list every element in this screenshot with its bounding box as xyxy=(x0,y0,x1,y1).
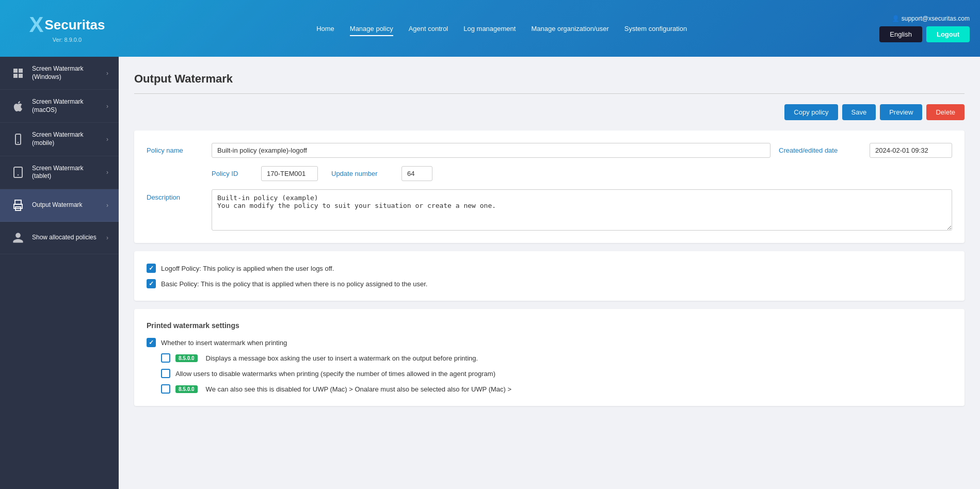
sidebar-item-mobile[interactable]: Screen Watermark(mobile) › xyxy=(0,123,119,156)
sidebar-label-tablet: Screen Watermark(tablet) xyxy=(32,165,106,181)
basic-policy-checkbox[interactable]: ✓ xyxy=(147,279,156,288)
description-label: Description xyxy=(147,189,203,201)
logo-x-icon: X xyxy=(29,14,43,36)
apple-icon xyxy=(10,99,26,114)
windows-icon xyxy=(10,66,26,81)
chevron-right-icon: › xyxy=(106,234,108,241)
support-email: support@xsecuritas.com xyxy=(902,15,970,22)
allow-disable-row: Allow users to disable watermarks when p… xyxy=(161,369,952,378)
basic-policy-row: ✓ Basic Policy: This is the policy that … xyxy=(147,279,952,288)
person-icon: 👤 xyxy=(892,15,899,22)
action-buttons: Copy policy Save Preview Delete xyxy=(134,104,965,120)
svg-rect-2 xyxy=(13,74,18,78)
app-layout: Screen Watermark(Windows) › Screen Water… xyxy=(0,57,980,489)
logoff-policy-label: Logoff Policy: This policy is applied wh… xyxy=(161,265,334,272)
nav-log-management[interactable]: Log management xyxy=(463,22,516,35)
sidebar-item-windows[interactable]: Screen Watermark(Windows) › xyxy=(0,57,119,90)
update-number-label: Update number xyxy=(331,170,393,177)
policy-form-card: Policy name Created/edited date Policy I… xyxy=(134,131,965,243)
logoff-policy-checkbox[interactable]: ✓ xyxy=(147,264,156,273)
policy-id-input[interactable] xyxy=(261,166,318,181)
policy-flags-card: ✓ Logoff Policy: This policy is applied … xyxy=(134,251,965,301)
policy-id-label: Policy ID xyxy=(212,170,253,177)
header-right: 👤 support@xsecuritas.com English Logout xyxy=(879,15,970,42)
created-date-label: Created/edited date xyxy=(779,146,861,154)
svg-rect-1 xyxy=(19,69,23,73)
nav-system-config[interactable]: System configuration xyxy=(624,22,687,35)
sidebar-label-output: Output Watermark xyxy=(32,201,106,209)
nav-agent-control[interactable]: Agent control xyxy=(409,22,448,35)
description-row: Description xyxy=(147,189,952,231)
sidebar-item-tablet[interactable]: Screen Watermark(tablet) › xyxy=(0,156,119,189)
nav-manage-policy[interactable]: Manage policy xyxy=(350,22,393,35)
allow-disable-label: Allow users to disable watermarks when p… xyxy=(175,370,495,378)
svg-rect-0 xyxy=(13,69,18,73)
sidebar-label-macos: Screen Watermark(macOS) xyxy=(32,98,106,114)
description-textarea[interactable] xyxy=(212,189,952,231)
sidebar-label-allocated: Show allocated policies xyxy=(32,234,106,242)
support-link[interactable]: 👤 support@xsecuritas.com xyxy=(892,15,970,22)
insert-watermark-checkbox[interactable]: ✓ xyxy=(147,338,156,347)
chevron-right-icon: › xyxy=(106,70,108,77)
policy-name-row: Policy name Created/edited date xyxy=(147,143,952,158)
delete-button[interactable]: Delete xyxy=(926,104,965,120)
created-date-input[interactable] xyxy=(870,143,952,158)
chevron-right-icon: › xyxy=(106,103,108,110)
check-icon: ✓ xyxy=(149,280,154,287)
version-badge-another: 8.5.0.0 xyxy=(175,385,198,393)
tablet-icon xyxy=(10,165,26,180)
nav-home[interactable]: Home xyxy=(316,22,334,35)
sidebar-label-windows: Screen Watermark(Windows) xyxy=(32,65,106,81)
check-icon: ✓ xyxy=(149,265,154,272)
language-button[interactable]: English xyxy=(879,26,922,42)
nav-manage-org[interactable]: Manage organization/user xyxy=(531,22,608,35)
logout-button[interactable]: Logout xyxy=(926,26,970,42)
header-buttons: English Logout xyxy=(879,26,970,42)
check-icon: ✓ xyxy=(149,339,154,346)
printer-icon xyxy=(10,198,26,213)
printed-watermark-title: Printed watermark settings xyxy=(147,321,952,330)
main-content: Output Watermark Copy policy Save Previe… xyxy=(119,57,980,489)
chevron-right-icon: › xyxy=(106,202,108,209)
policy-name-label: Policy name xyxy=(147,146,203,154)
svg-rect-8 xyxy=(15,200,21,204)
logo-area: X Securitas Ver: 8.9.0.0 xyxy=(10,14,124,43)
policy-id-row: Policy ID Update number xyxy=(212,166,952,181)
another-option-checkbox[interactable] xyxy=(161,384,170,394)
page-title: Output Watermark xyxy=(134,72,965,86)
allow-disable-checkbox[interactable] xyxy=(161,369,170,378)
another-option-row: 8.5.0.0 We can also see this is disabled… xyxy=(161,384,952,394)
version-label: Ver: 8.9.0.0 xyxy=(53,37,82,43)
preview-button[interactable]: Preview xyxy=(880,104,922,120)
title-divider xyxy=(134,93,965,94)
logo-brand: Securitas xyxy=(44,17,105,33)
displays-message-row: 8.5.0.0 Displays a message box asking th… xyxy=(161,353,952,363)
version-badge-displays: 8.5.0.0 xyxy=(175,354,198,362)
update-number-input[interactable] xyxy=(401,166,432,181)
sidebar-item-macos[interactable]: Screen Watermark(macOS) › xyxy=(0,90,119,123)
logoff-policy-row: ✓ Logoff Policy: This policy is applied … xyxy=(147,264,952,273)
main-nav: Home Manage policy Agent control Log man… xyxy=(124,22,879,35)
svg-rect-6 xyxy=(14,167,22,177)
sidebar-item-output-watermark[interactable]: Output Watermark › xyxy=(0,189,119,222)
save-button[interactable]: Save xyxy=(842,104,876,120)
header: X Securitas Ver: 8.9.0.0 Home Manage pol… xyxy=(0,0,980,57)
user-policies-icon xyxy=(10,230,26,246)
sidebar-item-allocated-policies[interactable]: Show allocated policies › xyxy=(0,222,119,254)
another-option-label: We can also see this is disabled for UWP… xyxy=(206,385,511,393)
chevron-right-icon: › xyxy=(106,169,108,176)
sidebar-label-mobile: Screen Watermark(mobile) xyxy=(32,131,106,147)
insert-watermark-row: ✓ Whether to insert watermark when print… xyxy=(147,338,952,347)
displays-message-checkbox[interactable] xyxy=(161,353,170,363)
basic-policy-label: Basic Policy: This is the policy that is… xyxy=(161,280,427,288)
svg-rect-3 xyxy=(19,74,23,78)
mobile-icon xyxy=(10,132,26,147)
printed-watermark-card: Printed watermark settings ✓ Whether to … xyxy=(134,309,965,406)
chevron-right-icon: › xyxy=(106,136,108,143)
displays-message-label: Displays a message box asking the user t… xyxy=(206,354,478,362)
sidebar: Screen Watermark(Windows) › Screen Water… xyxy=(0,57,119,489)
insert-watermark-label: Whether to insert watermark when printin… xyxy=(161,339,287,347)
policy-name-input[interactable] xyxy=(212,143,770,158)
copy-policy-button[interactable]: Copy policy xyxy=(784,104,838,120)
